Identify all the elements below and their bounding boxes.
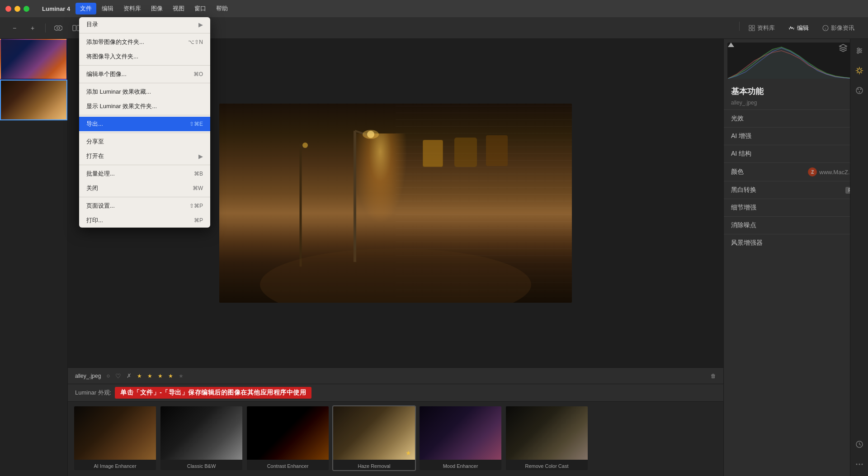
panel-item-landscape[interactable]: 风景增强器 [724,234,868,252]
export-shortcut: ⇧⌘E [189,121,203,127]
menu-export[interactable]: 导出... ⇧⌘E [79,117,210,131]
toolbar-right-tabs: 资料库 编辑 i 影像资讯 [737,22,861,34]
menu-add-looks[interactable]: 添加 Luminar 效果收藏... [79,85,210,99]
menu-edit-single[interactable]: 编辑单个图像... ⌘O [79,67,210,81]
menu-batch[interactable]: 批量处理... ⌘B [79,167,210,181]
menu-image[interactable]: 图像 [146,3,167,14]
svg-point-18 [367,131,374,138]
reject-button[interactable]: ✗ [127,372,132,379]
more-icon[interactable] [853,458,866,471]
star-5[interactable]: ★ [179,373,184,379]
menu-view[interactable]: 视图 [168,3,189,14]
svg-point-52 [856,464,857,465]
preset-mood-enhancer[interactable]: Mood Enhancer [419,405,502,471]
menu-library[interactable]: 资料库 [119,3,146,14]
preset-ai-label: AI Image Enhancer [74,460,156,471]
delete-button[interactable]: 🗑 [711,373,716,379]
file-dropdown-menu: 目录 ▶ 添加带图像的文件夹... ⌥⇧N 将图像导入文件夹... 编辑单个图像… [79,17,210,228]
panel-item-ai-enhance[interactable]: AI 增强 [724,127,868,145]
close-label: 关闭 [86,184,98,192]
close-button[interactable] [5,6,11,12]
catalog-arrow: ▶ [198,21,203,28]
preset-remove-color-cast[interactable]: Remove Color Cast [505,405,589,471]
add-folder-label: 添加带图像的文件夹... [86,38,144,46]
preset-ai-enhancer[interactable]: AI Image Enhancer [73,405,157,471]
filmstrip [0,39,68,476]
adjust-icon[interactable] [853,44,866,57]
svg-point-53 [859,464,860,465]
svg-point-0 [54,25,62,31]
clock-icon[interactable] [853,438,866,451]
menu-help[interactable]: 帮助 [212,3,232,14]
menu-edit[interactable]: 编辑 [97,3,118,14]
app-name-label: Luminar 4 [42,5,70,12]
preview-button[interactable] [51,22,66,34]
star-3[interactable]: ★ [158,373,163,379]
svg-line-51 [859,444,861,445]
tab-library[interactable]: 资料库 [742,22,781,34]
preset-haze-label: Haze Removal [333,460,415,471]
panel-item-light[interactable]: 光效 [724,109,868,127]
svg-rect-10 [752,25,755,28]
star-4[interactable]: ★ [168,373,173,379]
toolbar-separator-3 [739,22,740,31]
minimize-button[interactable] [14,6,20,12]
menu-close[interactable]: 关闭 ⌘W [79,181,210,195]
panel-item-ai-structure[interactable]: AI 结构 [724,145,868,162]
svg-point-31 [858,48,859,50]
favorite-button[interactable]: ♡ [115,372,121,380]
rating-circle[interactable]: ○ [106,372,110,379]
svg-point-35 [857,52,859,53]
layers-icon[interactable] [839,43,848,54]
tab-info[interactable]: i 影像资讯 [816,22,861,34]
menu-add-folder[interactable]: 添加带图像的文件夹... ⌥⇧N [79,35,210,49]
panel-item-bw[interactable]: 黑白转换 PRO [724,181,868,199]
menu-window[interactable]: 窗口 [190,3,211,14]
svg-rect-22 [454,138,477,167]
preset-mood-img [420,406,501,460]
panel-item-denoise[interactable]: 消除噪点 [724,216,868,234]
palette-icon[interactable] [853,84,866,97]
panel-filename: alley_.jpeg [724,99,868,109]
zoom-in-button[interactable]: + [25,22,40,34]
filmstrip-thumb-2[interactable] [0,80,67,120]
svg-text:i: i [825,27,826,31]
menu-catalog[interactable]: 目录 ▶ [79,17,210,32]
preset-bw-label: Classic B&W [160,460,242,471]
open-in-label: 打开在 [86,152,104,160]
preset-haze-removal[interactable]: ★ Haze Removal [332,405,416,471]
preset-contrast-enhancer[interactable]: Contrast Enhancer [246,405,330,471]
svg-point-47 [860,89,861,90]
svg-point-33 [859,50,861,52]
panel-item-color[interactable]: 颜色 Z www.MacZ.com [724,162,868,181]
maximize-button[interactable] [24,6,29,12]
star-1[interactable]: ★ [137,373,142,379]
preset-haze-img [333,406,415,460]
svg-rect-24 [423,140,443,167]
print-label: 打印... [86,216,103,224]
catalog-label: 目录 [86,20,98,29]
annotation-bar: Luminar 外观: 单击「文件」-「导出」保存编辑后的图像在其他应用程序中使… [68,384,723,401]
sun-icon[interactable] [853,64,866,77]
menu-page-setup[interactable]: 页面设置... ⇧⌘P [79,199,210,213]
svg-rect-9 [749,25,751,28]
zoom-out-button[interactable]: − [7,22,22,34]
toolbar-separator-1 [45,24,46,33]
menu-open-in[interactable]: 打开在 ▶ [79,149,210,163]
batch-label: 批量处理... [86,170,115,178]
menu-print[interactable]: 打印... ⌘P [79,213,210,228]
menu-show-looks[interactable]: 显示 Luminar 效果文件夹... [79,99,210,114]
menu-file[interactable]: 文件 [75,3,96,14]
filmstrip-thumb-1[interactable] [0,39,67,80]
preset-classic-bw[interactable]: Classic B&W [160,405,243,471]
presets-strip: AI Image Enhancer Classic B&W Contrast E… [68,401,723,476]
print-shortcut: ⌘P [194,217,203,224]
menu-import-folder[interactable]: 将图像导入文件夹... [79,49,210,64]
star-2[interactable]: ★ [147,373,152,379]
info-bar: alley_.jpeg ○ ♡ ✗ ★ ★ ★ ★ ★ 🗑 [68,367,723,384]
dropdown-sep-6 [79,165,210,165]
tab-edit[interactable]: 编辑 [782,22,815,34]
panel-item-detail[interactable]: 细节增强 [724,199,868,216]
svg-point-45 [856,87,863,94]
menu-share[interactable]: 分享至 [79,134,210,149]
